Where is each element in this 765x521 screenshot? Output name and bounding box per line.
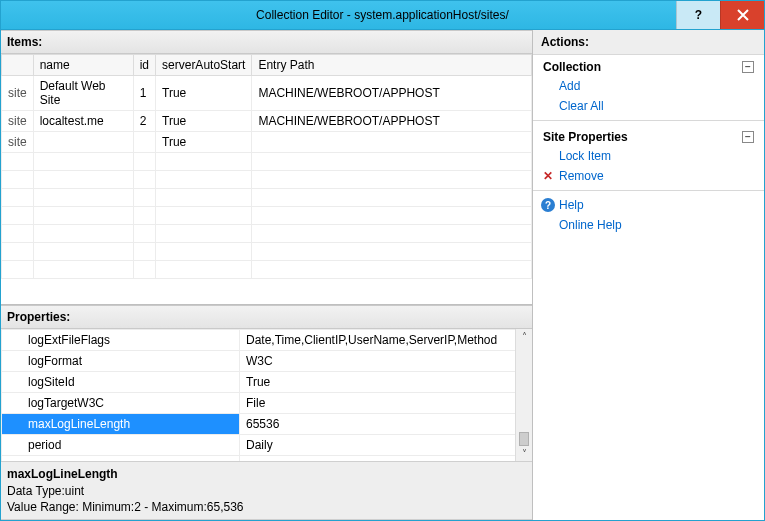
properties-table[interactable]: logExtFileFlagsDate,Time,ClientIP,UserNa… <box>1 329 532 461</box>
items-table[interactable]: name id serverAutoStart Entry Path site … <box>1 54 532 279</box>
actions-panel: Actions: Collection − Add Clear All Site… <box>532 30 764 520</box>
property-row[interactable]: logExtFileFlagsDate,Time,ClientIP,UserNa… <box>2 330 532 351</box>
property-row-selected[interactable]: maxLogLineLength65536 <box>2 414 532 435</box>
properties-panel: Properties: logExtFileFlagsDate,Time,Cli… <box>1 305 532 520</box>
properties-scrollbar[interactable]: ˄ ˅ <box>515 329 532 461</box>
collapse-icon[interactable]: − <box>742 131 754 143</box>
property-row[interactable]: logFormatW3C <box>2 351 532 372</box>
items-col-auto[interactable]: serverAutoStart <box>156 55 252 76</box>
property-row[interactable]: truncateSize20971520 <box>2 456 532 462</box>
remove-link[interactable]: ✕ Remove <box>533 166 764 186</box>
group-site-properties[interactable]: Site Properties − <box>533 125 764 146</box>
window: Collection Editor - system.applicationHo… <box>0 0 765 521</box>
close-button[interactable] <box>720 1 764 29</box>
items-col-name[interactable]: name <box>33 55 133 76</box>
properties-header: Properties: <box>1 305 532 329</box>
items-col-type[interactable] <box>2 55 34 76</box>
help-link[interactable]: ? Help <box>533 195 764 215</box>
close-icon <box>737 9 749 21</box>
footer-property-name: maxLogLineLength <box>7 466 526 482</box>
items-col-path[interactable]: Entry Path <box>252 55 532 76</box>
actions-header: Actions: <box>533 30 764 55</box>
window-title: Collection Editor - system.applicationHo… <box>256 8 509 22</box>
scroll-thumb[interactable] <box>519 432 529 446</box>
property-row[interactable]: periodDaily <box>2 435 532 456</box>
table-row[interactable]: site True <box>2 132 532 153</box>
table-row[interactable]: site Default Web Site 1 True MACHINE/WEB… <box>2 76 532 111</box>
footer-data-type: Data Type:uint <box>7 483 526 499</box>
help-button[interactable]: ? <box>676 1 720 29</box>
items-col-id[interactable]: id <box>133 55 155 76</box>
lock-item-link[interactable]: Lock Item <box>533 146 764 166</box>
remove-icon: ✕ <box>541 169 555 183</box>
property-row[interactable]: logSiteIdTrue <box>2 372 532 393</box>
titlebar[interactable]: Collection Editor - system.applicationHo… <box>1 1 764 29</box>
footer-value-range: Value Range: Minimum:2 - Maximum:65,536 <box>7 499 526 515</box>
online-help-link[interactable]: Online Help <box>533 215 764 235</box>
clear-all-link[interactable]: Clear All <box>533 96 764 116</box>
property-row[interactable]: logTargetW3CFile <box>2 393 532 414</box>
group-collection[interactable]: Collection − <box>533 55 764 76</box>
collapse-icon[interactable]: − <box>742 61 754 73</box>
properties-footer: maxLogLineLength Data Type:uint Value Ra… <box>1 461 532 520</box>
items-header: Items: <box>1 30 532 54</box>
add-link[interactable]: Add <box>533 76 764 96</box>
items-panel: Items: name id serverAutoStart Entry Pat… <box>1 30 532 305</box>
table-row[interactable]: site localtest.me 2 True MACHINE/WEBROOT… <box>2 111 532 132</box>
help-icon: ? <box>541 198 555 213</box>
scroll-down-icon[interactable]: ˅ <box>522 446 527 461</box>
scroll-up-icon[interactable]: ˄ <box>522 329 527 344</box>
